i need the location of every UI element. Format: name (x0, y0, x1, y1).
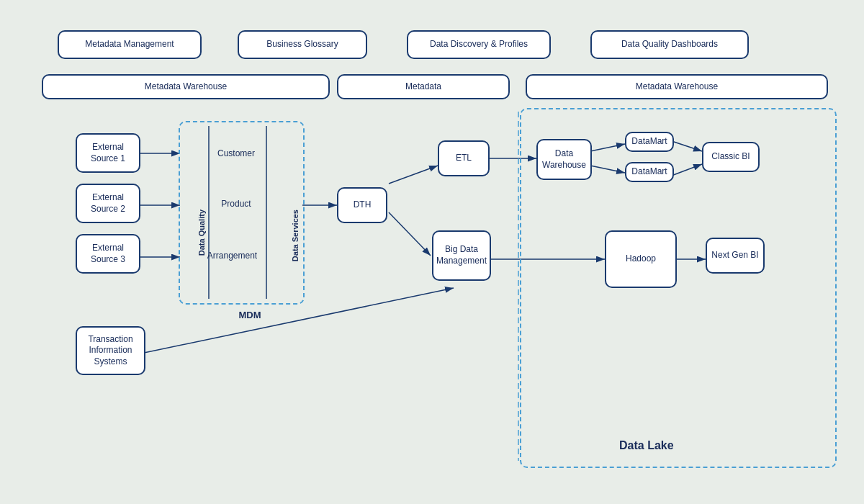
dth-label: DTH (354, 199, 372, 211)
metadata-management-box: Metadata Management (58, 30, 202, 59)
metadata-warehouse-right-label: Metadata Warehouse (636, 81, 718, 93)
mdm-label: MDM (214, 310, 286, 320)
external-source-2-box: ExternalSource 2 (76, 184, 140, 223)
external-source-3-box: ExternalSource 3 (76, 234, 140, 274)
data-quality-rotated-label: Data Quality (197, 210, 206, 256)
svg-line-15 (389, 166, 438, 184)
metadata-warehouse-right-box: Metadata Warehouse (526, 74, 828, 99)
data-services-rotated-label: Data Services (291, 210, 300, 261)
data-quality-dashboards-label: Data Quality Dashboards (621, 39, 718, 50)
customer-label: Customer (211, 139, 261, 168)
etl-label: ETL (456, 153, 472, 164)
business-glossary-label: Business Glossary (266, 39, 338, 50)
metadata-center-label: Metadata (405, 81, 441, 93)
etl-box: ETL (438, 140, 490, 176)
big-data-management-box: Big Data Management (432, 230, 491, 281)
svg-line-16 (389, 212, 431, 256)
product-label: Product (211, 189, 261, 218)
business-glossary-box: Business Glossary (238, 30, 367, 59)
diagram-container: Metadata Management Business Glossary Da… (0, 0, 864, 504)
metadata-management-label: Metadata Management (85, 39, 174, 50)
big-data-management-label: Big Data Management (433, 244, 490, 266)
external-source-1-label: ExternalSource 1 (91, 142, 125, 164)
metadata-warehouse-left-label: Metadata Warehouse (145, 81, 227, 93)
transaction-info-box: Transaction Information Systems (76, 326, 145, 375)
data-quality-dashboards-box: Data Quality Dashboards (590, 30, 749, 59)
metadata-warehouse-left-box: Metadata Warehouse (42, 74, 330, 99)
metadata-center-box: Metadata (337, 74, 510, 99)
arrangement-label: Arrangement (202, 241, 263, 270)
external-source-2-label: ExternalSource 2 (91, 192, 125, 215)
data-lake-label: Data Lake (619, 439, 674, 452)
external-source-3-label: ExternalSource 3 (91, 243, 125, 265)
dth-box: DTH (337, 187, 387, 223)
transaction-info-label: Transaction Information Systems (77, 334, 144, 368)
data-discovery-label: Data Discovery & Profiles (430, 39, 528, 50)
external-source-1-box: ExternalSource 1 (76, 133, 140, 173)
data-lake-dashed-box (520, 108, 837, 468)
data-discovery-box: Data Discovery & Profiles (407, 30, 551, 59)
